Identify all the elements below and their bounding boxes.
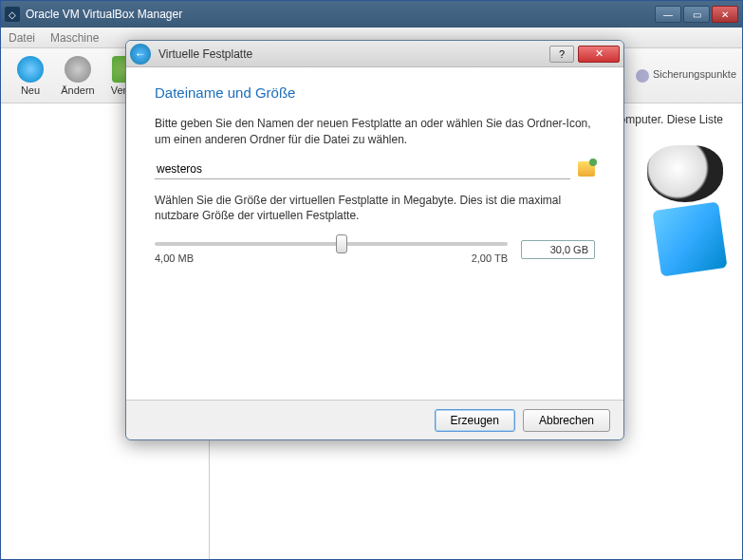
filename-input[interactable] — [155, 159, 570, 179]
size-display[interactable]: 30,0 GB — [521, 240, 595, 259]
help-button[interactable]: ? — [549, 46, 574, 63]
create-button[interactable]: Erzeugen — [435, 409, 515, 432]
details-text: Computer. Diese Liste — [611, 113, 723, 126]
toolbar-aendern[interactable]: Ändern — [54, 56, 102, 96]
toolbar-neu-label: Neu — [21, 84, 40, 96]
gear-icon — [65, 56, 91, 83]
main-titlebar[interactable]: ◇ Oracle VM VirtualBox Manager — ▭ ✕ — [1, 1, 742, 28]
dialog-heading: Dateiname und Größe — [155, 84, 595, 101]
folder-icon[interactable] — [578, 161, 595, 177]
slider-min-label: 4,00 MB — [155, 252, 194, 264]
new-icon — [17, 56, 44, 83]
snapshot-icon — [636, 69, 649, 83]
penguin-icon — [647, 145, 723, 202]
close-button[interactable]: ✕ — [712, 6, 738, 23]
size-hint: Wählen Sie die Größe der virtuellen Fest… — [155, 193, 595, 225]
menu-datei[interactable]: Datei — [9, 31, 35, 45]
size-slider[interactable] — [155, 242, 508, 246]
toolbar-aendern-label: Ändern — [61, 84, 94, 96]
toolbar-neu[interactable]: Neu — [7, 56, 54, 96]
menu-maschine[interactable]: Maschine — [50, 31, 99, 45]
dialog-footer: Erzeugen Abbrechen — [126, 400, 623, 439]
app-title: Oracle VM VirtualBox Manager — [26, 8, 653, 21]
back-icon[interactable]: ← — [130, 44, 151, 65]
toolbar-snapshots-label: Sicherungspunkte — [653, 68, 736, 80]
virtualbox-logo-icon — [652, 201, 727, 276]
dialog-close-button[interactable]: ✕ — [578, 46, 620, 63]
cancel-button[interactable]: Abbrechen — [523, 409, 610, 432]
slider-max-label: 2,00 TB — [472, 252, 508, 264]
filename-hint: Bitte geben Sie den Namen der neuen Fest… — [155, 116, 595, 148]
dialog-title: Virtuelle Festplatte — [158, 47, 549, 61]
dialog-titlebar[interactable]: ← Virtuelle Festplatte ? ✕ — [126, 41, 623, 67]
app-icon: ◇ — [5, 7, 20, 22]
toolbar-snapshots[interactable]: Sicherungspunkte — [636, 68, 736, 82]
maximize-button[interactable]: ▭ — [683, 6, 710, 23]
wizard-dialog: ← Virtuelle Festplatte ? ✕ Dateiname und… — [125, 40, 624, 440]
dialog-body: Dateiname und Größe Bitte geben Sie den … — [126, 67, 623, 400]
minimize-button[interactable]: — — [655, 6, 681, 23]
